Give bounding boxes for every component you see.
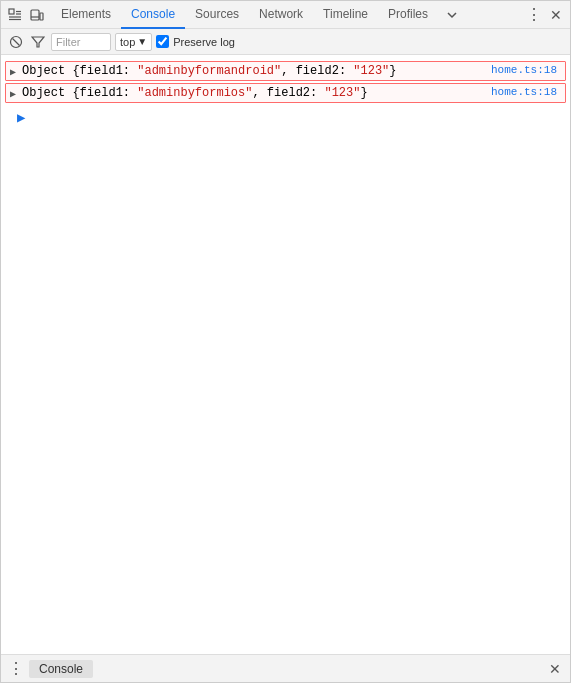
bottom-menu-button[interactable]: ⋮ — [7, 660, 25, 678]
tab-network[interactable]: Network — [249, 1, 313, 29]
console-entry-text-1: Object {field1: "adminbyformandroid", fi… — [22, 64, 483, 78]
devtools-menu-button[interactable]: ⋮ — [524, 5, 544, 25]
svg-rect-0 — [9, 9, 14, 14]
console-input-caret: ▶ — [1, 105, 570, 130]
bottom-bar: ⋮ Console ✕ — [1, 654, 570, 682]
preserve-log-label[interactable]: Preserve log — [156, 35, 235, 48]
tab-timeline[interactable]: Timeline — [313, 1, 378, 29]
preserve-log-checkbox[interactable] — [156, 35, 169, 48]
context-selector[interactable]: top ▼ — [115, 33, 152, 51]
tab-elements[interactable]: Elements — [51, 1, 121, 29]
tab-list: Elements Console Sources Network Timelin… — [51, 1, 438, 29]
console-entry-text-2: Object {field1: "adminbyformios", field2… — [22, 86, 483, 100]
svg-rect-5 — [31, 10, 39, 20]
console-entry-source-1[interactable]: home.ts:18 — [483, 64, 557, 76]
device-toolbar-button[interactable] — [27, 5, 47, 25]
console-toolbar: Filter top ▼ Preserve log — [1, 29, 570, 55]
console-entry-source-2[interactable]: home.ts:18 — [483, 86, 557, 98]
close-devtools-button[interactable]: ✕ — [546, 5, 566, 25]
expand-arrow-1[interactable]: ▶ — [10, 66, 16, 78]
devtools-window: Elements Console Sources Network Timelin… — [0, 0, 571, 683]
filter-toggle-button[interactable] — [29, 33, 47, 51]
svg-rect-6 — [40, 13, 43, 20]
more-tabs-button[interactable] — [440, 9, 464, 21]
tab-console[interactable]: Console — [121, 1, 185, 29]
bottom-console-tab[interactable]: Console — [29, 660, 93, 678]
close-bottom-panel-button[interactable]: ✕ — [546, 660, 564, 678]
svg-marker-10 — [32, 37, 44, 47]
inspect-element-button[interactable] — [5, 5, 25, 25]
tab-profiles[interactable]: Profiles — [378, 1, 438, 29]
expand-arrow-2[interactable]: ▶ — [10, 88, 16, 100]
tab-sources[interactable]: Sources — [185, 1, 249, 29]
console-output[interactable]: ▶ Object {field1: "adminbyformandroid", … — [1, 55, 570, 654]
clear-console-button[interactable] — [7, 33, 25, 51]
console-entry-2: ▶ Object {field1: "adminbyformios", fiel… — [5, 83, 566, 103]
console-entry-1: ▶ Object {field1: "adminbyformandroid", … — [5, 61, 566, 81]
filter-input[interactable]: Filter — [51, 33, 111, 51]
context-dropdown-arrow: ▼ — [137, 36, 147, 47]
svg-line-9 — [13, 38, 20, 45]
top-toolbar: Elements Console Sources Network Timelin… — [1, 1, 570, 29]
